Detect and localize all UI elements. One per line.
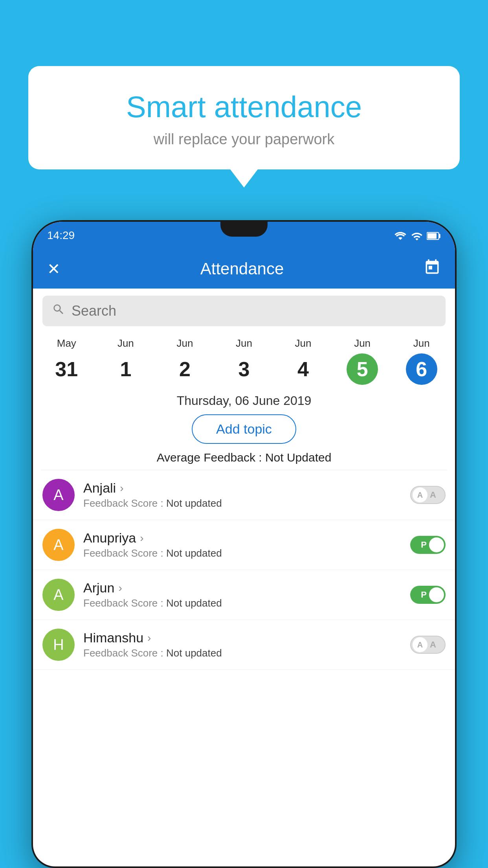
cal-day[interactable]: Jun2 xyxy=(169,337,200,385)
student-info: Anupriya ›Feedback Score : Not updated xyxy=(83,530,402,559)
attendance-toggle[interactable]: AA xyxy=(410,636,446,654)
feedback-value: Not updated xyxy=(166,597,222,609)
svg-rect-2 xyxy=(427,233,437,239)
cal-month-label: Jun xyxy=(354,337,371,349)
cal-day[interactable]: Jun6 xyxy=(406,337,437,385)
avg-feedback-label: Average Feedback : xyxy=(157,451,262,464)
toggle-label: P xyxy=(421,540,427,550)
student-info: Arjun ›Feedback Score : Not updated xyxy=(83,580,402,609)
battery-icon xyxy=(427,230,441,241)
toggle-knob: A xyxy=(413,487,427,502)
feedback-score: Feedback Score : Not updated xyxy=(83,547,402,559)
cal-day[interactable]: May31 xyxy=(51,337,82,385)
attendance-toggle[interactable]: P xyxy=(410,586,446,604)
toggle-label: A xyxy=(430,490,436,500)
student-item[interactable]: AArjun ›Feedback Score : Not updatedP xyxy=(33,570,455,620)
signal-icon xyxy=(411,230,423,241)
notch xyxy=(220,222,268,237)
chevron-icon: › xyxy=(147,632,151,644)
calendar-strip: May31Jun1Jun2Jun3Jun4Jun5Jun6 xyxy=(33,333,455,385)
avg-feedback-value: Not Updated xyxy=(265,451,331,464)
cal-num-label: 6 xyxy=(406,353,437,385)
student-name: Anupriya › xyxy=(83,530,402,546)
feedback-value: Not updated xyxy=(166,647,222,659)
bubble-title: Smart attendance xyxy=(48,90,440,124)
student-info: Anjali ›Feedback Score : Not updated xyxy=(83,480,402,509)
student-item[interactable]: AAnjali ›Feedback Score : Not updatedAA xyxy=(33,470,455,520)
cal-num-label: 5 xyxy=(347,353,378,385)
feedback-value: Not updated xyxy=(166,497,222,509)
phone-frame: 14:29 ✕ Attendance xyxy=(31,220,457,868)
toggle-knob xyxy=(429,587,444,602)
toggle-knob: A xyxy=(413,637,427,652)
toggle-knob xyxy=(429,537,444,552)
wifi-icon xyxy=(394,230,407,241)
selected-date: Thursday, 06 June 2019 xyxy=(33,394,455,408)
chevron-icon: › xyxy=(120,482,123,495)
search-bar[interactable] xyxy=(42,296,446,326)
avatar: H xyxy=(42,629,75,661)
app-bar: ✕ Attendance xyxy=(33,249,455,289)
toggle-wrap[interactable]: P xyxy=(410,586,446,604)
chevron-icon: › xyxy=(140,532,143,544)
app-title: Attendance xyxy=(72,259,412,278)
cal-num-label: 2 xyxy=(169,353,200,385)
avatar: A xyxy=(42,529,75,561)
cal-month-label: Jun xyxy=(295,337,312,349)
cal-num-label: 31 xyxy=(51,353,82,385)
status-time: 14:29 xyxy=(47,229,75,242)
toggle-wrap[interactable]: P xyxy=(410,536,446,554)
phone-screen: 14:29 ✕ Attendance xyxy=(33,222,455,866)
svg-rect-1 xyxy=(439,234,440,238)
cal-month-label: Jun xyxy=(176,337,193,349)
attendance-toggle[interactable]: P xyxy=(410,536,446,554)
feedback-value: Not updated xyxy=(166,547,222,559)
speech-bubble: Smart attendance will replace your paper… xyxy=(28,66,460,169)
attendance-toggle[interactable]: AA xyxy=(410,486,446,504)
cal-day[interactable]: Jun4 xyxy=(288,337,319,385)
student-name: Himanshu › xyxy=(83,630,402,645)
status-icons xyxy=(394,230,441,241)
cal-month-label: Jun xyxy=(236,337,252,349)
student-name: Anjali › xyxy=(83,480,402,496)
student-info: Himanshu ›Feedback Score : Not updated xyxy=(83,630,402,659)
avatar: A xyxy=(42,479,75,511)
student-item[interactable]: HHimanshu ›Feedback Score : Not updatedA… xyxy=(33,620,455,670)
status-bar: 14:29 xyxy=(33,222,455,249)
add-topic-button[interactable]: Add topic xyxy=(192,414,296,444)
student-item[interactable]: AAnupriya ›Feedback Score : Not updatedP xyxy=(33,520,455,570)
feedback-score: Feedback Score : Not updated xyxy=(83,647,402,659)
cal-num-label: 1 xyxy=(110,353,141,385)
toggle-wrap[interactable]: AA xyxy=(410,486,446,504)
bubble-subtitle: will replace your paperwork xyxy=(48,131,440,148)
avg-feedback: Average Feedback : Not Updated xyxy=(33,451,455,464)
cal-month-label: Jun xyxy=(117,337,134,349)
cal-num-label: 4 xyxy=(288,353,319,385)
search-input[interactable] xyxy=(72,303,436,319)
student-name: Arjun › xyxy=(83,580,402,596)
avatar: A xyxy=(42,579,75,611)
toggle-label: P xyxy=(421,590,427,600)
student-list: AAnjali ›Feedback Score : Not updatedAAA… xyxy=(33,470,455,670)
toggle-label: A xyxy=(430,640,436,650)
cal-day[interactable]: Jun5 xyxy=(347,337,378,385)
calendar-icon xyxy=(424,259,441,276)
feedback-score: Feedback Score : Not updated xyxy=(83,597,402,609)
cal-day[interactable]: Jun1 xyxy=(110,337,141,385)
toggle-wrap[interactable]: AA xyxy=(410,636,446,654)
cal-day[interactable]: Jun3 xyxy=(228,337,260,385)
feedback-score: Feedback Score : Not updated xyxy=(83,497,402,509)
cal-num-label: 3 xyxy=(228,353,260,385)
cal-month-label: May xyxy=(57,337,76,349)
cal-month-label: Jun xyxy=(413,337,430,349)
chevron-icon: › xyxy=(118,582,122,594)
close-button[interactable]: ✕ xyxy=(47,260,61,278)
calendar-button[interactable] xyxy=(424,259,441,280)
search-icon xyxy=(52,303,65,319)
